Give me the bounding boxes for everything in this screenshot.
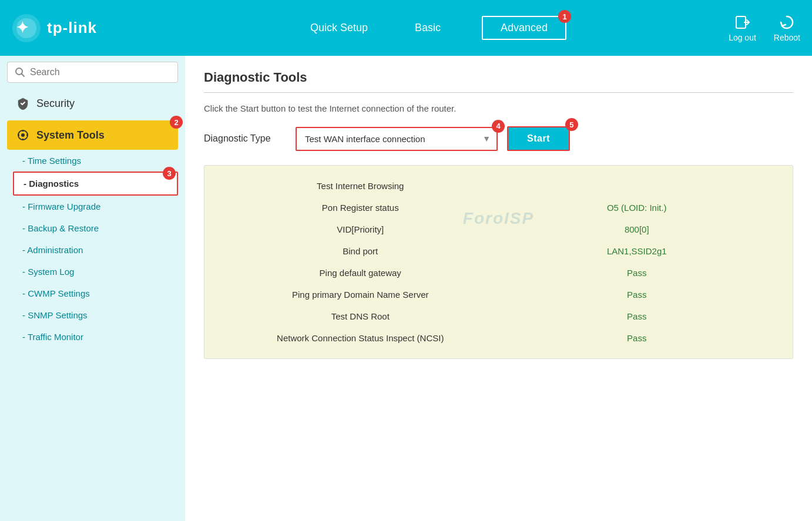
start-button[interactable]: Start	[507, 126, 570, 151]
diagnostic-type-select[interactable]: Test WAN interface connection	[297, 128, 496, 150]
result-row-7: Network Connection Status Inspect (NCSI)…	[204, 327, 793, 349]
system-tools-label: System Tools	[36, 129, 105, 142]
nav-quick-setup[interactable]: Quick Setup	[304, 19, 374, 37]
result-value-4: Pass	[499, 268, 776, 278]
results-container: Test Internet Browsing Pon Register stat…	[204, 165, 793, 359]
sidebar-item-time-settings[interactable]: - Time Settings	[13, 150, 178, 172]
tplink-logo-icon: ✦	[12, 14, 41, 43]
sidebar-item-diagnostics[interactable]: - Diagnostics 3	[13, 172, 178, 196]
sidebar-item-security[interactable]: Security	[7, 89, 178, 118]
sidebar-sub-items: - Time Settings - Diagnostics 3 - Firmwa…	[7, 150, 178, 348]
result-value-1: O5 (LOID: Init.)	[499, 203, 776, 213]
nav-links: Quick Setup Basic Advanced 1	[188, 16, 683, 40]
result-row-4: Ping default gateway Pass	[204, 262, 793, 284]
sidebar-item-traffic-monitor[interactable]: - Traffic Monitor	[13, 326, 178, 348]
start-button-wrapper: Start 5	[507, 126, 570, 151]
result-row-6: Test DNS Root Pass	[204, 305, 793, 327]
sidebar-item-system-tools[interactable]: System Tools 2	[7, 120, 178, 150]
diagnostic-type-wrapper: Test WAN interface connection ▼ 4	[296, 127, 498, 151]
brand-name: tp-link	[47, 19, 97, 37]
logout-button[interactable]: Log out	[729, 14, 756, 42]
nav-right-actions: Log out Reboot	[683, 14, 800, 42]
svg-line-4	[22, 74, 25, 77]
result-label-4: Ping default gateway	[222, 268, 499, 278]
sidebar-item-system-log[interactable]: - System Log	[13, 261, 178, 283]
sidebar: Security System Tools 2 - Time Settings	[0, 56, 185, 521]
result-label-5: Ping primary Domain Name Server	[222, 290, 499, 300]
logout-icon	[734, 14, 750, 31]
nav-advanced[interactable]: Advanced 1	[482, 16, 566, 40]
top-navigation: ✦ tp-link Quick Setup Basic Advanced 1 L…	[0, 0, 812, 56]
results-area: Test Internet Browsing Pon Register stat…	[204, 165, 793, 359]
result-value-2: 800[0]	[499, 224, 776, 234]
select-badge: 4	[492, 120, 505, 133]
result-value-5: Pass	[499, 290, 776, 300]
diagnostics-badge: 3	[163, 167, 176, 180]
sidebar-item-firmware-upgrade[interactable]: - Firmware Upgrade	[13, 196, 178, 217]
content-area: Diagnostic Tools Click the Start button …	[185, 56, 812, 521]
sidebar-system-tools-section: System Tools 2 - Time Settings - Diagnos…	[0, 120, 185, 348]
sidebar-item-backup-restore[interactable]: - Backup & Restore	[13, 217, 178, 239]
page-title: Diagnostic Tools	[204, 70, 793, 93]
page-description: Click the Start button to test the Inter…	[204, 103, 793, 113]
result-label-2: VID[Priority]	[222, 224, 499, 234]
svg-text:✦: ✦	[16, 19, 29, 36]
svg-point-6	[21, 133, 25, 137]
result-value-7: Pass	[499, 333, 776, 343]
start-badge: 5	[565, 118, 578, 131]
result-row-0: Test Internet Browsing	[204, 175, 793, 197]
diagnostic-type-label: Diagnostic Type	[204, 133, 286, 144]
sidebar-security-section: Security	[0, 89, 185, 118]
result-row-3: Bind port LAN1,SSID2g1	[204, 240, 793, 262]
main-layout: Security System Tools 2 - Time Settings	[0, 56, 812, 521]
system-tools-icon	[16, 129, 29, 142]
nav-basic[interactable]: Basic	[409, 19, 447, 37]
result-label-7: Network Connection Status Inspect (NCSI)	[222, 333, 499, 343]
result-label-1: Pon Register status	[222, 203, 499, 213]
sidebar-item-snmp-settings[interactable]: - SNMP Settings	[13, 304, 178, 326]
sidebar-item-cwmp-settings[interactable]: - CWMP Settings	[13, 283, 178, 304]
result-row-1: Pon Register status O5 (LOID: Init.)	[204, 197, 793, 219]
result-value-6: Pass	[499, 311, 776, 321]
security-icon	[16, 97, 29, 110]
reboot-icon	[779, 14, 795, 31]
system-tools-badge: 2	[170, 116, 183, 129]
search-icon	[15, 67, 25, 78]
search-box[interactable]	[7, 62, 178, 83]
result-label-0: Test Internet Browsing	[222, 181, 499, 191]
result-value-3: LAN1,SSID2g1	[499, 246, 776, 256]
result-row-2: VID[Priority] 800[0]	[204, 219, 793, 240]
security-label: Security	[36, 98, 75, 110]
search-input[interactable]	[30, 67, 170, 78]
reboot-button[interactable]: Reboot	[774, 14, 800, 42]
result-label-3: Bind port	[222, 246, 499, 256]
sidebar-item-administration[interactable]: - Administration	[13, 239, 178, 261]
diagnostic-row: Diagnostic Type Test WAN interface conne…	[204, 126, 793, 151]
result-row-5: Ping primary Domain Name Server Pass	[204, 284, 793, 305]
logo-area: ✦ tp-link	[12, 14, 188, 43]
advanced-badge: 1	[558, 10, 571, 23]
result-label-6: Test DNS Root	[222, 311, 499, 321]
